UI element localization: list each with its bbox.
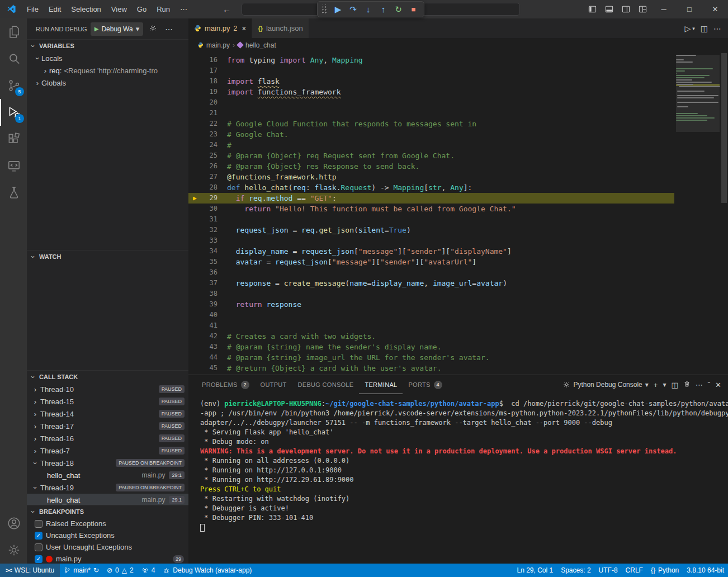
problems-status[interactable]: ⊘ 0 △ 2 — [103, 564, 138, 577]
panel-tab-terminal[interactable]: TERMINAL — [359, 375, 403, 394]
tab-launch-json[interactable]: {} launch.json — [252, 18, 309, 38]
editor-gutter[interactable]: 16 — [188, 55, 220, 65]
menu-go[interactable]: Go — [132, 5, 152, 13]
views-more-actions-icon[interactable]: ⋯ — [163, 23, 175, 35]
editor-gutter[interactable]: 25 — [188, 150, 220, 161]
editor-more-actions-icon[interactable]: ⋯ — [713, 24, 721, 33]
panel-tab-output[interactable]: OUTPUT — [255, 375, 292, 394]
breakpoint-checkbox[interactable]: ✓ — [35, 555, 42, 563]
editor-gutter[interactable]: 32 — [188, 225, 220, 235]
nav-back-icon[interactable]: ← — [218, 4, 235, 14]
breadcrumb-symbol[interactable]: hello_chat — [245, 41, 276, 49]
indentation[interactable]: Spaces: 2 — [557, 564, 594, 577]
editor-gutter[interactable]: 36 — [188, 267, 220, 278]
debug-continue-button[interactable]: ▶ — [331, 2, 345, 16]
editor-gutter[interactable]: 30 — [188, 204, 220, 214]
new-terminal-dropdown-icon[interactable]: ▾ — [663, 381, 666, 389]
activity-testing-icon[interactable] — [0, 179, 27, 206]
panel-tab-ports[interactable]: PORTS4 — [403, 375, 447, 394]
scope-globals[interactable]: › Globals — [27, 77, 188, 89]
menubar-more[interactable]: ⋯ — [175, 0, 192, 18]
editor-gutter[interactable]: 23 — [188, 129, 220, 140]
callstack-thread-row[interactable]: ›Thread-18PAUSED ON BREAKPOINT — [27, 457, 188, 469]
breakpoints-section-header[interactable]: › BREAKPOINTS — [27, 505, 188, 518]
callstack-frame-row[interactable]: hello_chatmain.py29:1 — [27, 494, 188, 505]
breakpoint-checkbox[interactable] — [35, 543, 42, 551]
editor-gutter[interactable]: 20 — [188, 97, 220, 108]
tab-main-py[interactable]: main.py 2 × — [188, 18, 252, 38]
manage-gear-icon[interactable] — [0, 537, 27, 564]
new-terminal-icon[interactable]: + — [654, 381, 658, 389]
debug-step-over-button[interactable]: ↷ — [346, 2, 360, 16]
activity-run-debug-icon[interactable]: 1 — [0, 99, 27, 126]
editor-scrollbar[interactable] — [720, 52, 728, 375]
breakpoint-row[interactable]: Raised Exceptions — [27, 518, 188, 529]
editor-gutter[interactable]: 35 — [188, 257, 220, 267]
debug-config-select[interactable]: ▶ Debug Wa ▾ — [91, 22, 143, 36]
breadcrumb-file[interactable]: main.py — [206, 41, 230, 49]
breakpoint-row[interactable]: ✓Uncaught Exceptions — [27, 529, 188, 541]
ports-status[interactable]: 4 — [138, 564, 159, 577]
debug-stop-button[interactable]: ■ — [406, 2, 420, 16]
variables-section-header[interactable]: › VARIABLES — [27, 40, 188, 52]
minimize-button[interactable]: ─ — [651, 0, 677, 18]
toggle-secondary-sidebar-icon[interactable] — [617, 0, 634, 18]
language-mode[interactable]: {} Python — [647, 564, 683, 577]
debug-step-into-button[interactable]: ↓ — [361, 2, 375, 16]
editor-gutter[interactable]: ▶29 — [188, 193, 220, 204]
accounts-icon[interactable] — [0, 510, 27, 537]
editor-gutter[interactable]: 24 — [188, 140, 220, 150]
terminal-output[interactable]: (env) pierrick@LAPTOP-HKU5PNNG:~/git/goo… — [188, 394, 728, 564]
menu-selection[interactable]: Selection — [66, 5, 106, 13]
debug-toolbar-drag-handle[interactable] — [321, 4, 328, 15]
editor-gutter[interactable]: 40 — [188, 310, 220, 320]
maximize-panel-icon[interactable]: ˆ — [708, 381, 710, 389]
callstack-section-header[interactable]: › CALL STACK — [27, 371, 188, 383]
activity-search-icon[interactable] — [0, 45, 27, 72]
editor-gutter[interactable]: 17 — [188, 65, 220, 76]
editor-gutter[interactable]: 44 — [188, 352, 220, 363]
git-branch-status[interactable]: main* ↻ — [60, 564, 103, 577]
editor-gutter[interactable]: 27 — [188, 172, 220, 182]
editor-gutter[interactable]: 33 — [188, 235, 220, 246]
variable-req[interactable]: › req: <Request 'http://charming-tro — [27, 64, 188, 77]
callstack-thread-row[interactable]: ›Thread-7PAUSED — [27, 444, 188, 457]
editor-gutter[interactable]: 34 — [188, 246, 220, 257]
activity-source-control-icon[interactable]: 5 — [0, 72, 27, 99]
callstack-thread-row[interactable]: ›Thread-10PAUSED — [27, 383, 188, 395]
editor-gutter[interactable]: 21 — [188, 108, 220, 119]
debug-restart-button[interactable]: ↻ — [391, 2, 405, 16]
editor-gutter[interactable]: 39 — [188, 299, 220, 310]
editor-gutter[interactable]: 45 — [188, 363, 220, 373]
breakpoint-checkbox[interactable] — [35, 520, 42, 528]
callstack-thread-row[interactable]: ›Thread-16PAUSED — [27, 432, 188, 444]
callstack-thread-row[interactable]: ›Thread-14PAUSED — [27, 408, 188, 420]
run-dropdown-icon[interactable]: ▾ — [692, 26, 695, 31]
close-window-button[interactable]: ✕ — [702, 0, 728, 18]
close-tab-icon[interactable]: × — [242, 24, 246, 33]
activity-remote-explorer-icon[interactable] — [0, 153, 27, 179]
callstack-thread-row[interactable]: ›Thread-19PAUSED ON BREAKPOINT — [27, 481, 188, 494]
debug-settings-gear-icon[interactable] — [146, 23, 159, 35]
toggle-panel-icon[interactable] — [601, 0, 617, 18]
activity-extensions-icon[interactable] — [0, 126, 27, 153]
editor-gutter[interactable]: 26 — [188, 161, 220, 172]
editor-gutter[interactable]: 22 — [188, 119, 220, 129]
menu-run[interactable]: Run — [152, 5, 175, 13]
close-panel-icon[interactable]: ✕ — [715, 381, 721, 389]
editor-gutter[interactable]: 19 — [188, 87, 220, 97]
terminal-profile-select[interactable]: Python Debug Console ▾ — [562, 381, 648, 389]
code-editor[interactable]: 16from typing import Any, Mapping1718imp… — [188, 52, 728, 375]
maximize-button[interactable]: □ — [677, 0, 702, 18]
callstack-thread-row[interactable]: ›Thread-15PAUSED — [27, 395, 188, 408]
split-editor-icon[interactable]: ◫ — [701, 24, 708, 33]
breakpoint-checkbox[interactable]: ✓ — [35, 532, 42, 540]
editor-gutter[interactable]: 41 — [188, 320, 220, 331]
run-python-file-icon[interactable]: ▷ — [684, 24, 691, 33]
panel-tab-debug-console[interactable]: DEBUG CONSOLE — [292, 375, 360, 394]
remote-indicator[interactable]: >< WSL: Ubuntu — [0, 564, 60, 577]
debug-step-out-button[interactable]: ↑ — [376, 2, 390, 16]
panel-more-actions-icon[interactable]: ⋯ — [696, 381, 703, 389]
activity-explorer-icon[interactable] — [0, 18, 27, 45]
start-debugging-icon[interactable]: ▶ — [94, 26, 99, 32]
